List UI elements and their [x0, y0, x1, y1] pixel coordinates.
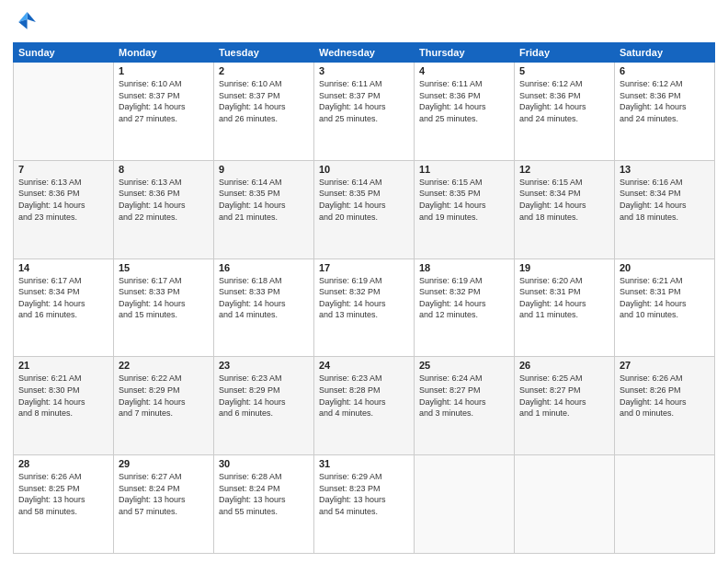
day-info: Sunrise: 6:10 AM Sunset: 8:37 PM Dayligh… — [119, 78, 209, 124]
day-info: Sunrise: 6:23 AM Sunset: 8:29 PM Dayligh… — [219, 373, 309, 419]
day-info: Sunrise: 6:18 AM Sunset: 8:33 PM Dayligh… — [219, 275, 309, 321]
day-number: 24 — [319, 360, 409, 371]
calendar-header-thursday: Thursday — [415, 43, 515, 63]
calendar-cell: 9Sunrise: 6:14 AM Sunset: 8:35 PM Daylig… — [214, 160, 314, 259]
calendar-header-friday: Friday — [515, 43, 615, 63]
day-number: 27 — [620, 360, 710, 371]
day-info: Sunrise: 6:23 AM Sunset: 8:28 PM Dayligh… — [319, 373, 409, 419]
calendar-cell: 22Sunrise: 6:22 AM Sunset: 8:29 PM Dayli… — [114, 357, 214, 455]
logo — [13, 9, 42, 35]
day-info: Sunrise: 6:15 AM Sunset: 8:35 PM Dayligh… — [419, 177, 509, 223]
day-number: 25 — [419, 360, 509, 371]
day-number: 17 — [319, 262, 409, 273]
day-info: Sunrise: 6:21 AM Sunset: 8:31 PM Dayligh… — [620, 275, 710, 321]
calendar-week-5: 28Sunrise: 6:26 AM Sunset: 8:25 PM Dayli… — [14, 455, 715, 554]
calendar-cell — [415, 455, 515, 554]
day-info: Sunrise: 6:11 AM Sunset: 8:37 PM Dayligh… — [319, 78, 409, 124]
calendar-header-tuesday: Tuesday — [214, 43, 314, 63]
day-info: Sunrise: 6:13 AM Sunset: 8:36 PM Dayligh… — [18, 177, 108, 223]
calendar-cell: 7Sunrise: 6:13 AM Sunset: 8:36 PM Daylig… — [14, 160, 114, 259]
day-number: 11 — [419, 164, 509, 175]
calendar-cell: 6Sunrise: 6:12 AM Sunset: 8:36 PM Daylig… — [615, 63, 715, 161]
day-info: Sunrise: 6:26 AM Sunset: 8:25 PM Dayligh… — [18, 471, 108, 517]
calendar-week-3: 14Sunrise: 6:17 AM Sunset: 8:34 PM Dayli… — [14, 259, 715, 357]
day-number: 21 — [18, 360, 108, 371]
day-number: 7 — [18, 164, 108, 175]
calendar-cell: 1Sunrise: 6:10 AM Sunset: 8:37 PM Daylig… — [114, 63, 214, 161]
day-info: Sunrise: 6:25 AM Sunset: 8:27 PM Dayligh… — [519, 373, 609, 419]
day-number: 15 — [119, 262, 209, 273]
calendar-week-1: 1Sunrise: 6:10 AM Sunset: 8:37 PM Daylig… — [14, 63, 715, 161]
calendar-cell: 13Sunrise: 6:16 AM Sunset: 8:34 PM Dayli… — [615, 160, 715, 259]
calendar-cell: 27Sunrise: 6:26 AM Sunset: 8:26 PM Dayli… — [615, 357, 715, 455]
calendar-cell: 31Sunrise: 6:29 AM Sunset: 8:23 PM Dayli… — [314, 455, 415, 554]
calendar-header-saturday: Saturday — [615, 43, 715, 63]
calendar-cell: 8Sunrise: 6:13 AM Sunset: 8:36 PM Daylig… — [114, 160, 214, 259]
calendar-week-2: 7Sunrise: 6:13 AM Sunset: 8:36 PM Daylig… — [14, 160, 715, 259]
day-number: 18 — [419, 262, 509, 273]
day-number: 26 — [519, 360, 609, 371]
day-info: Sunrise: 6:14 AM Sunset: 8:35 PM Dayligh… — [219, 177, 309, 223]
calendar-week-4: 21Sunrise: 6:21 AM Sunset: 8:30 PM Dayli… — [14, 357, 715, 455]
day-number: 10 — [319, 164, 409, 175]
calendar-cell: 26Sunrise: 6:25 AM Sunset: 8:27 PM Dayli… — [515, 357, 615, 455]
day-info: Sunrise: 6:16 AM Sunset: 8:34 PM Dayligh… — [620, 177, 710, 223]
calendar-cell: 24Sunrise: 6:23 AM Sunset: 8:28 PM Dayli… — [314, 357, 415, 455]
calendar-cell: 3Sunrise: 6:11 AM Sunset: 8:37 PM Daylig… — [314, 63, 415, 161]
calendar-cell: 28Sunrise: 6:26 AM Sunset: 8:25 PM Dayli… — [14, 455, 114, 554]
header — [13, 9, 715, 35]
day-number: 23 — [219, 360, 309, 371]
calendar-cell: 19Sunrise: 6:20 AM Sunset: 8:31 PM Dayli… — [515, 259, 615, 357]
svg-marker-0 — [28, 12, 36, 22]
calendar-cell: 23Sunrise: 6:23 AM Sunset: 8:29 PM Dayli… — [214, 357, 314, 455]
day-number: 3 — [319, 65, 409, 76]
day-number: 16 — [219, 262, 309, 273]
day-number: 9 — [219, 164, 309, 175]
day-info: Sunrise: 6:24 AM Sunset: 8:27 PM Dayligh… — [419, 373, 509, 419]
calendar-cell: 25Sunrise: 6:24 AM Sunset: 8:27 PM Dayli… — [415, 357, 515, 455]
day-info: Sunrise: 6:17 AM Sunset: 8:34 PM Dayligh… — [18, 275, 108, 321]
day-number: 22 — [119, 360, 209, 371]
calendar-cell: 20Sunrise: 6:21 AM Sunset: 8:31 PM Dayli… — [615, 259, 715, 357]
day-info: Sunrise: 6:28 AM Sunset: 8:24 PM Dayligh… — [219, 471, 309, 517]
logo-icon — [13, 9, 39, 35]
day-number: 1 — [119, 65, 209, 76]
calendar-cell: 12Sunrise: 6:15 AM Sunset: 8:34 PM Dayli… — [515, 160, 615, 259]
day-number: 13 — [620, 164, 710, 175]
calendar-cell: 11Sunrise: 6:15 AM Sunset: 8:35 PM Dayli… — [415, 160, 515, 259]
day-number: 2 — [219, 65, 309, 76]
day-info: Sunrise: 6:26 AM Sunset: 8:26 PM Dayligh… — [620, 373, 710, 419]
day-number: 8 — [119, 164, 209, 175]
calendar-cell: 5Sunrise: 6:12 AM Sunset: 8:36 PM Daylig… — [515, 63, 615, 161]
calendar-cell: 16Sunrise: 6:18 AM Sunset: 8:33 PM Dayli… — [214, 259, 314, 357]
day-info: Sunrise: 6:19 AM Sunset: 8:32 PM Dayligh… — [319, 275, 409, 321]
day-number: 4 — [419, 65, 509, 76]
calendar-cell: 4Sunrise: 6:11 AM Sunset: 8:36 PM Daylig… — [415, 63, 515, 161]
day-number: 19 — [519, 262, 609, 273]
day-info: Sunrise: 6:10 AM Sunset: 8:37 PM Dayligh… — [219, 78, 309, 124]
day-info: Sunrise: 6:12 AM Sunset: 8:36 PM Dayligh… — [620, 78, 710, 124]
day-info: Sunrise: 6:11 AM Sunset: 8:36 PM Dayligh… — [419, 78, 509, 124]
day-info: Sunrise: 6:14 AM Sunset: 8:35 PM Dayligh… — [319, 177, 409, 223]
day-number: 30 — [219, 458, 309, 469]
page: SundayMondayTuesdayWednesdayThursdayFrid… — [0, 0, 728, 563]
day-number: 29 — [119, 458, 209, 469]
day-number: 20 — [620, 262, 710, 273]
calendar-header-row: SundayMondayTuesdayWednesdayThursdayFrid… — [14, 43, 715, 63]
day-number: 31 — [319, 458, 409, 469]
calendar-header-monday: Monday — [114, 43, 214, 63]
day-info: Sunrise: 6:22 AM Sunset: 8:29 PM Dayligh… — [119, 373, 209, 419]
calendar-cell: 17Sunrise: 6:19 AM Sunset: 8:32 PM Dayli… — [314, 259, 415, 357]
calendar-cell: 21Sunrise: 6:21 AM Sunset: 8:30 PM Dayli… — [14, 357, 114, 455]
day-number: 12 — [519, 164, 609, 175]
day-info: Sunrise: 6:27 AM Sunset: 8:24 PM Dayligh… — [119, 471, 209, 517]
calendar-cell: 30Sunrise: 6:28 AM Sunset: 8:24 PM Dayli… — [214, 455, 314, 554]
day-info: Sunrise: 6:29 AM Sunset: 8:23 PM Dayligh… — [319, 471, 409, 517]
calendar-cell: 10Sunrise: 6:14 AM Sunset: 8:35 PM Dayli… — [314, 160, 415, 259]
day-info: Sunrise: 6:21 AM Sunset: 8:30 PM Dayligh… — [18, 373, 108, 419]
day-info: Sunrise: 6:17 AM Sunset: 8:33 PM Dayligh… — [119, 275, 209, 321]
calendar-cell — [515, 455, 615, 554]
day-info: Sunrise: 6:20 AM Sunset: 8:31 PM Dayligh… — [519, 275, 609, 321]
calendar-cell — [14, 63, 114, 161]
day-info: Sunrise: 6:13 AM Sunset: 8:36 PM Dayligh… — [119, 177, 209, 223]
